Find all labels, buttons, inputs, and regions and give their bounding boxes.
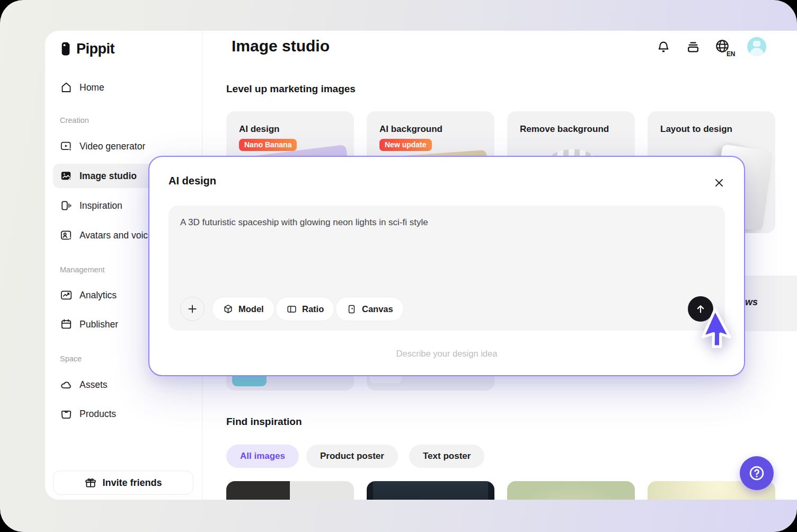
language-button[interactable]: EN (714, 38, 733, 56)
home-icon (60, 81, 73, 94)
question-icon (748, 464, 766, 482)
sidebar-item-label: Home (79, 82, 104, 93)
filter-label: Product poster (320, 451, 384, 462)
avatars-icon (60, 229, 73, 242)
add-button[interactable] (180, 297, 205, 321)
filter-all-images[interactable]: All images (226, 445, 299, 468)
canvas-icon (346, 304, 357, 315)
drawer-button[interactable] (686, 40, 701, 55)
filter-label: Text poster (423, 451, 471, 462)
close-button[interactable] (712, 176, 726, 190)
language-label: EN (726, 50, 736, 58)
card-label: Layout to design (660, 124, 732, 135)
gift-icon (84, 476, 97, 489)
card-label: Remove background (520, 124, 609, 135)
sidebar-group-management: Management (60, 265, 105, 274)
sidebar-item-label: Image studio (79, 171, 137, 182)
marketing-section-title: Level up marketing images (226, 83, 356, 95)
filter-text-poster[interactable]: Text poster (409, 445, 484, 468)
sidebar-item-assets[interactable]: Assets (53, 375, 194, 394)
pippit-logo[interactable]: Pippit (60, 38, 114, 59)
prompt-text: A 3D futuristic spaceship with glowing n… (180, 216, 713, 229)
model-label: Model (238, 304, 264, 314)
page-title: Image studio (232, 37, 330, 55)
sidebar-group-space: Space (60, 354, 82, 363)
brand-name: Pippit (76, 41, 114, 57)
sidebar-item-label: Publisher (79, 319, 118, 330)
sidebar-item-label: Inspiration (79, 200, 122, 211)
sidebar-item-video-generator[interactable]: Video generator (53, 137, 194, 156)
sidebar-item-products[interactable]: Products (53, 404, 194, 423)
prompt-hint: Describe your design idea (149, 349, 744, 359)
ai-design-modal: AI design A 3D futuristic spaceship with… (148, 156, 745, 376)
invite-friends-button[interactable]: Invite friends (53, 471, 193, 495)
model-button[interactable]: Model (212, 297, 274, 321)
video-generator-icon (60, 140, 73, 153)
arrow-up-icon (694, 303, 707, 315)
sidebar-item-label: Video generator (79, 141, 145, 152)
canvas-button[interactable]: Canvas (335, 297, 404, 321)
plus-icon (186, 303, 199, 315)
image-studio-icon (60, 170, 73, 182)
publisher-icon (60, 318, 73, 331)
filter-label: All images (240, 451, 285, 462)
canvas-label: Canvas (362, 304, 393, 314)
sidebar-item-label: Assets (79, 379, 108, 391)
cube-icon (223, 304, 234, 315)
close-icon (712, 176, 726, 190)
card-badge: Nano Banana (239, 139, 297, 151)
card-badge: New update (379, 139, 432, 151)
prompt-input[interactable]: A 3D futuristic spaceship with glowing n… (169, 206, 725, 331)
sidebar-item-label: Analytics (79, 290, 117, 301)
avatar[interactable] (747, 37, 766, 56)
notifications-button[interactable] (656, 40, 671, 55)
card-label: AI design (239, 124, 280, 135)
inspiration-icon (60, 199, 73, 212)
cloud-icon (60, 378, 73, 391)
inspiration-image[interactable] (226, 481, 354, 500)
sidebar-item-label: Products (79, 409, 116, 420)
screen: Pippit Home Creation Video generator Ima… (0, 0, 797, 532)
ratio-button[interactable]: Ratio (276, 297, 334, 321)
invite-friends-label: Invite friends (102, 477, 162, 489)
help-button[interactable] (740, 456, 774, 490)
ratio-label: Ratio (302, 304, 324, 314)
avatar-figure (753, 41, 760, 47)
analytics-icon (60, 289, 73, 302)
inspiration-image[interactable] (367, 481, 494, 500)
sidebar-group-creation: Creation (60, 116, 89, 125)
modal-title: AI design (169, 175, 216, 187)
ratio-icon (286, 304, 297, 315)
shopping-bag-icon (60, 407, 73, 420)
partial-card-label: ws (745, 297, 758, 308)
inspiration-image[interactable] (507, 481, 635, 500)
filter-product-poster[interactable]: Product poster (306, 445, 398, 468)
submit-button[interactable] (688, 296, 713, 322)
pippit-logo-icon (60, 41, 72, 57)
sidebar-item-label: Avatars and voices (79, 230, 158, 241)
drawer-icon (686, 40, 701, 55)
card-label: AI background (379, 124, 442, 135)
sidebar-item-home[interactable]: Home (53, 78, 194, 97)
bell-icon (656, 40, 671, 55)
inspiration-section-title: Find inspiration (226, 416, 302, 428)
